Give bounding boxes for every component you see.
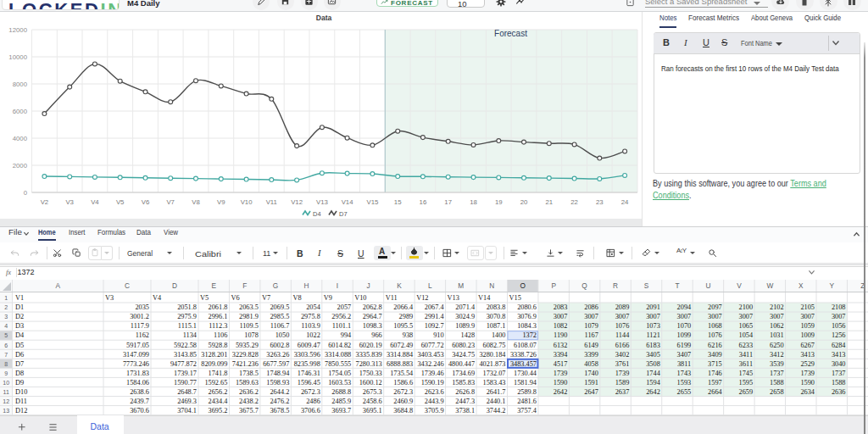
svg-text:6677.597: 6677.597 <box>263 360 289 368</box>
svg-text:3409: 3409 <box>708 351 722 359</box>
svg-text:1746: 1746 <box>708 370 722 377</box>
svg-text:D7: D7 <box>339 210 348 218</box>
svg-text:D4: D4 <box>15 331 25 339</box>
svg-text:Y: Y <box>829 281 834 290</box>
svg-text:8235.998: 8235.998 <box>294 360 320 368</box>
svg-text:V15: V15 <box>509 294 521 302</box>
svg-text:D2: D2 <box>15 313 24 320</box>
svg-text:2083: 2083 <box>554 303 568 311</box>
svg-text:1737: 1737 <box>832 370 846 377</box>
svg-text:V15: V15 <box>366 198 379 206</box>
svg-text:1594: 1594 <box>646 379 660 387</box>
svg-text:4: 4 <box>4 323 8 329</box>
svg-text:2981.9: 2981.9 <box>239 313 259 320</box>
svg-text:2100: 2100 <box>739 303 754 311</box>
svg-text:3: 3 <box>4 314 8 320</box>
svg-text:2102: 2102 <box>770 303 784 311</box>
svg-text:3432.246: 3432.246 <box>417 360 443 368</box>
svg-text:9477.872: 9477.872 <box>170 360 197 368</box>
svg-text:2: 2 <box>4 304 8 310</box>
svg-text:3539: 3539 <box>770 360 784 368</box>
svg-text:4800.447: 4800.447 <box>448 360 475 368</box>
svg-text:3715: 3715 <box>708 360 722 368</box>
svg-text:2443.9: 2443.9 <box>425 398 444 405</box>
svg-text:2634: 2634 <box>800 388 815 396</box>
svg-text:5917.05: 5917.05 <box>126 342 149 349</box>
svg-text:6888.883: 6888.883 <box>387 360 413 368</box>
svg-text:F: F <box>242 281 247 290</box>
svg-text:1103.9: 1103.9 <box>301 322 320 330</box>
svg-text:1585.83: 1585.83 <box>452 379 475 387</box>
svg-text:18: 18 <box>470 198 477 206</box>
svg-text:6080.23: 6080.23 <box>452 342 475 349</box>
svg-text:Forecast: Forecast <box>494 29 527 38</box>
svg-text:2089: 2089 <box>615 303 630 311</box>
svg-text:1590: 1590 <box>554 379 568 387</box>
svg-text:2529: 2529 <box>800 360 815 368</box>
svg-text:1738.5: 1738.5 <box>239 370 259 377</box>
svg-text:1732.07: 1732.07 <box>483 370 506 377</box>
svg-text:3412: 3412 <box>770 351 784 359</box>
svg-text:1084.3: 1084.3 <box>517 322 537 330</box>
svg-text:938: 938 <box>403 331 413 339</box>
svg-text:1590: 1590 <box>800 379 815 387</box>
svg-text:1746.31: 1746.31 <box>298 370 320 377</box>
svg-text:17: 17 <box>444 198 452 206</box>
svg-text:3143.85: 3143.85 <box>174 351 197 359</box>
svg-text:1591: 1591 <box>584 379 598 387</box>
svg-text:8: 8 <box>4 361 8 367</box>
svg-text:3303.596: 3303.596 <box>294 351 320 359</box>
svg-text:3611: 3611 <box>739 360 753 368</box>
svg-text:3001.2: 3001.2 <box>130 313 149 320</box>
svg-text:3706.6: 3706.6 <box>301 407 320 415</box>
svg-text:1070: 1070 <box>677 322 692 330</box>
svg-text:3147.099: 3147.099 <box>123 351 149 359</box>
svg-text:V11: V11 <box>386 294 398 302</box>
svg-text:1754.05: 1754.05 <box>328 370 351 377</box>
svg-text:2097: 2097 <box>708 303 722 311</box>
svg-text:1593: 1593 <box>677 379 692 387</box>
svg-text:3411: 3411 <box>739 351 753 359</box>
svg-text:D7: D7 <box>15 360 24 368</box>
svg-text:2000: 2000 <box>13 162 28 170</box>
svg-text:V5: V5 <box>200 294 209 302</box>
svg-text:1065: 1065 <box>739 322 754 330</box>
svg-text:1095.5: 1095.5 <box>393 322 413 330</box>
svg-text:V8: V8 <box>192 198 200 206</box>
svg-text:1162: 1162 <box>136 331 149 339</box>
svg-text:V2: V2 <box>41 198 49 206</box>
svg-text:994: 994 <box>341 331 352 339</box>
svg-text:6072.49: 6072.49 <box>390 342 413 349</box>
svg-text:4517: 4517 <box>554 360 568 368</box>
svg-text:Q: Q <box>581 281 587 290</box>
svg-text:2985.5: 2985.5 <box>270 313 289 320</box>
svg-text:6267: 6267 <box>800 342 815 349</box>
svg-text:1372: 1372 <box>522 331 537 339</box>
svg-text:1743: 1743 <box>677 370 692 377</box>
svg-text:5928.8: 5928.8 <box>209 342 228 349</box>
svg-text:V4: V4 <box>91 198 99 206</box>
svg-text:2964.7: 2964.7 <box>363 313 382 320</box>
svg-text:4000: 4000 <box>13 135 28 142</box>
svg-text:1739: 1739 <box>800 370 815 377</box>
svg-text:2086: 2086 <box>584 303 598 311</box>
svg-text:6132: 6132 <box>554 342 568 349</box>
svg-text:2641.7: 2641.7 <box>487 388 506 396</box>
svg-text:D6: D6 <box>15 351 24 359</box>
svg-text:6082.75: 6082.75 <box>483 342 506 349</box>
svg-text:1073: 1073 <box>646 322 660 330</box>
svg-text:1167: 1167 <box>585 331 598 339</box>
svg-text:1: 1 <box>4 295 8 301</box>
svg-text:20: 20 <box>520 198 528 206</box>
svg-text:1735.54: 1735.54 <box>390 370 414 377</box>
svg-text:1009: 1009 <box>800 331 815 339</box>
svg-text:2648.7: 2648.7 <box>177 388 197 396</box>
svg-text:3007: 3007 <box>770 313 784 320</box>
svg-text:6284: 6284 <box>832 342 846 349</box>
svg-text:23: 23 <box>596 198 604 206</box>
svg-text:V3: V3 <box>65 198 74 206</box>
svg-text:1583.43: 1583.43 <box>483 379 506 387</box>
svg-text:1059: 1059 <box>800 322 815 330</box>
svg-text:2054: 2054 <box>306 303 320 311</box>
svg-text:1190: 1190 <box>554 331 567 339</box>
